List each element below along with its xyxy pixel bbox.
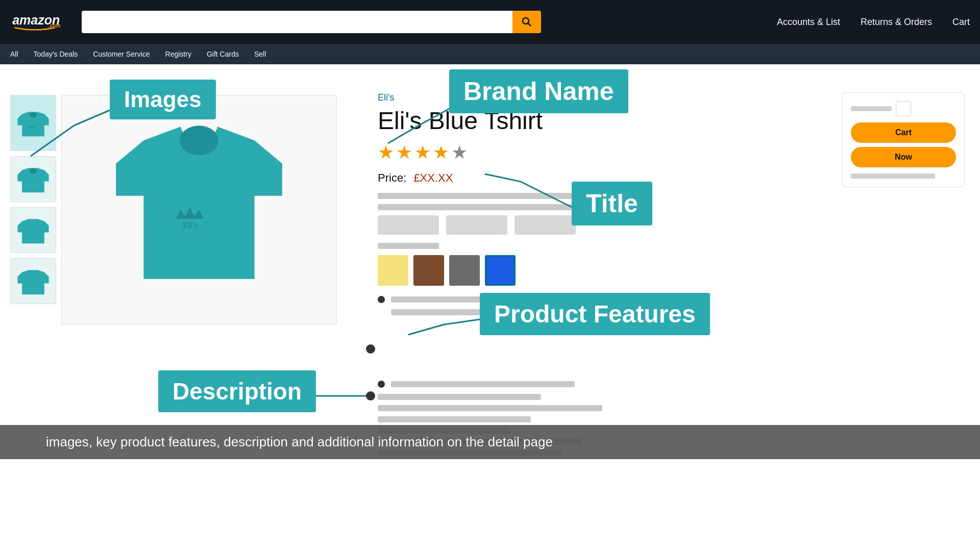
- desc-line-1: [378, 394, 541, 400]
- search-input[interactable]: [82, 11, 512, 33]
- color-swatches: [378, 255, 664, 286]
- svg-text:Eli's: Eli's: [29, 126, 35, 130]
- nav-gift[interactable]: Gift Cards: [207, 50, 239, 58]
- subtitle-text: images, key product features, descriptio…: [46, 434, 553, 449]
- amazon-logo: amazon .com: [10, 8, 61, 37]
- buy-now-button[interactable]: Now: [851, 147, 956, 167]
- svg-line-16: [408, 324, 444, 335]
- svg-point-6: [30, 168, 37, 174]
- nav-service[interactable]: Customer Service: [93, 50, 150, 58]
- nav-deals[interactable]: Today's Deals: [34, 50, 78, 58]
- svg-text:Eli's: Eli's: [183, 220, 197, 230]
- desc-line-3: [378, 416, 531, 422]
- desc-line-2: [378, 405, 602, 411]
- add-to-cart-button[interactable]: Cart: [851, 122, 956, 143]
- swatch-yellow[interactable]: [378, 255, 408, 286]
- swatch-blue[interactable]: [485, 255, 516, 286]
- search-icon: [521, 16, 533, 28]
- thumbnail-4[interactable]: [10, 258, 56, 304]
- nav-sell[interactable]: Sell: [254, 50, 266, 58]
- cart-box: Cart Now: [842, 92, 965, 187]
- nav-bar: All Today's Deals Customer Service Regis…: [0, 44, 980, 64]
- thumbnails: Eli's: [10, 95, 56, 324]
- nav-all[interactable]: All: [10, 50, 18, 58]
- price-value: £XX.XX: [413, 171, 453, 184]
- header: amazon .com Accounts & List Returns & Or…: [0, 0, 980, 44]
- option-btn-2[interactable]: [446, 215, 507, 235]
- star-1: ★: [378, 142, 394, 163]
- swatch-brown[interactable]: [413, 255, 444, 286]
- svg-point-20: [366, 391, 375, 400]
- returns-orders-nav[interactable]: Returns & Orders: [861, 17, 932, 28]
- cart-nav[interactable]: Cart: [952, 17, 970, 28]
- star-2: ★: [396, 142, 412, 163]
- star-3: ★: [414, 142, 431, 163]
- accounts-list-nav[interactable]: Accounts & List: [777, 17, 840, 28]
- product-features-label: Product Features: [480, 293, 710, 335]
- desc-line-main: [391, 381, 575, 387]
- images-section: Eli's: [10, 95, 337, 324]
- search-bar[interactable]: [82, 11, 541, 33]
- cart-box-info: [851, 101, 956, 116]
- bullet-dot-1: [378, 296, 385, 303]
- nav-registry[interactable]: Registry: [165, 50, 191, 58]
- search-button[interactable]: [512, 11, 541, 33]
- thumbnail-2[interactable]: [10, 156, 56, 202]
- title-label: Title: [572, 182, 652, 226]
- cart-buttons: Cart Now: [851, 122, 956, 167]
- option-btn-3[interactable]: [514, 215, 576, 235]
- header-nav: Accounts & List Returns & Orders Cart: [777, 17, 970, 28]
- cart-bottom-line: [851, 173, 935, 179]
- cart-line-short: [851, 106, 892, 111]
- star-rating[interactable]: ★ ★ ★ ★ ★: [378, 142, 664, 163]
- swatch-gray[interactable]: [449, 255, 480, 286]
- subtitle-bar: images, key product features, descriptio…: [0, 425, 980, 459]
- main-product-image: Eli's: [61, 95, 337, 324]
- desc-placeholder-2: [378, 204, 592, 210]
- description-label: Description: [158, 370, 316, 412]
- svg-point-2: [523, 18, 529, 24]
- color-label: [378, 243, 439, 249]
- thumbnail-1[interactable]: Eli's: [10, 95, 56, 151]
- svg-point-4: [30, 112, 37, 118]
- desc-bullet-dot: [378, 381, 385, 388]
- price-label: Price:: [378, 171, 406, 184]
- desc-bullet: [378, 381, 664, 388]
- svg-text:.com: .com: [48, 23, 60, 29]
- svg-point-7: [180, 126, 218, 155]
- images-label: Images: [110, 80, 216, 119]
- option-btn-1[interactable]: [378, 215, 439, 235]
- brand-name-label: Brand Name: [449, 69, 628, 113]
- star-5: ★: [451, 142, 468, 163]
- thumbnail-3[interactable]: [10, 207, 56, 253]
- star-4: ★: [433, 142, 449, 163]
- svg-line-3: [528, 23, 531, 27]
- svg-point-17: [366, 344, 375, 354]
- cart-qty-box[interactable]: [896, 101, 911, 116]
